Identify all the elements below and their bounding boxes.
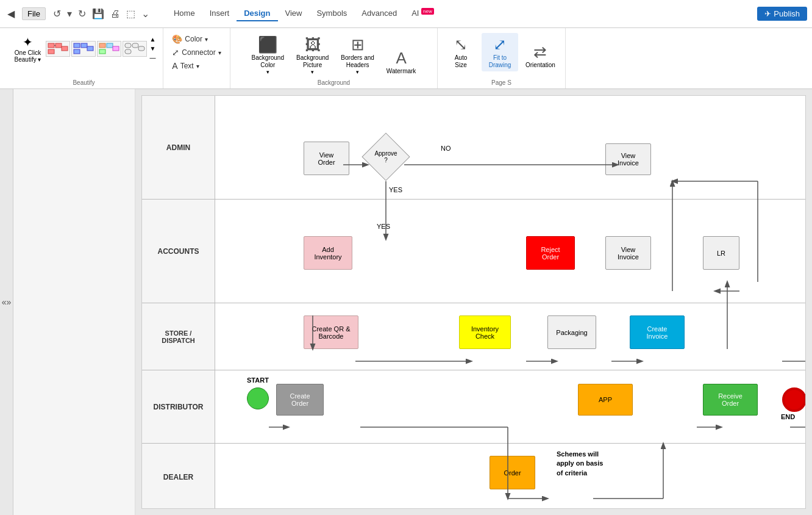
packaging-node[interactable]: Packaging	[547, 315, 596, 349]
background-color-button[interactable]: ⬛ BackgroundColor ▾	[247, 33, 289, 77]
tab-advanced[interactable]: Advanced	[354, 6, 404, 21]
borders-dropdown[interactable]: ▾	[356, 69, 359, 75]
scroll-down-icon[interactable]: ▼	[149, 45, 155, 52]
tab-symbols[interactable]: Symbols	[309, 6, 354, 21]
autosize-icon: ⤡	[454, 35, 468, 54]
color-button[interactable]: 🎨 Color ▾	[168, 33, 224, 45]
svg-rect-8	[87, 46, 93, 51]
ribbon-group-format: 🎨 Color ▾ ⤢ Connector ▾ A Text ▾	[163, 28, 230, 88]
svg-rect-0	[48, 43, 54, 48]
receive-order-node[interactable]: ReceiveOrder	[703, 384, 758, 416]
beautify-icon: ✦	[23, 35, 33, 49]
diagram: ADMIN ViewOrder Approve? NO ViewInvoice …	[141, 95, 806, 509]
undo-button[interactable]: ↺	[51, 7, 63, 21]
start-circle-node[interactable]	[247, 387, 269, 409]
view-invoice-admin-node[interactable]: ViewInvoice	[605, 143, 651, 175]
publish-icon: ✈	[764, 9, 771, 18]
reject-order-node[interactable]: RejectOrder	[526, 236, 575, 270]
file-button[interactable]: File	[22, 7, 46, 20]
canvas-area[interactable]: ADMIN ViewOrder Approve? NO ViewInvoice …	[135, 89, 812, 515]
borders-icon: ⊞	[351, 35, 365, 54]
view-order-node[interactable]: ViewOrder	[304, 142, 349, 175]
view-invoice-accounts-node[interactable]: ViewInvoice	[605, 236, 651, 270]
tab-ai[interactable]: AI new	[404, 6, 441, 21]
lane-accounts: ACCOUNTS AddInventory YES RejectOrder Vi…	[142, 200, 805, 303]
svg-rect-10	[107, 43, 113, 48]
create-order-node[interactable]: CreateOrder	[276, 384, 324, 416]
fit-icon: ⤢	[493, 35, 507, 54]
orientation-button[interactable]: ⇄ Orientation	[521, 40, 560, 71]
bg-color-icon: ⬛	[258, 35, 277, 54]
menu-tabs: Home Insert Design View Symbols Advanced…	[166, 6, 441, 21]
beautify-style-4[interactable]	[123, 41, 147, 57]
fit-to-drawing-button[interactable]: ⤢ Fit toDrawing	[482, 33, 518, 71]
redo-button[interactable]: ↻	[76, 7, 88, 21]
lr-node[interactable]: LR	[703, 236, 739, 270]
export-icon[interactable]: ⬚	[124, 7, 138, 21]
approve-diamond-wrapper: Approve?	[361, 132, 410, 181]
create-invoice-node[interactable]: CreateInvoice	[630, 315, 685, 349]
end-circle-node[interactable]	[782, 387, 806, 412]
svg-rect-6	[81, 43, 87, 48]
connector-icon: ⤢	[172, 48, 179, 57]
orientation-icon: ⇄	[533, 43, 547, 62]
scroll-up-icon[interactable]: ▲	[149, 36, 155, 43]
svg-rect-1	[55, 43, 62, 48]
lane-content-dealer: Order Schemes willapply on basisof crite…	[215, 444, 805, 509]
back-icon[interactable]: ◀	[5, 5, 17, 22]
bg-color-dropdown[interactable]: ▾	[266, 69, 269, 75]
more-beautify-icon[interactable]: ―	[149, 54, 155, 61]
svg-rect-13	[125, 43, 131, 48]
undo-redo-group: ↺ ▾ ↻ 💾 🖨 ⬚ ⌄	[51, 7, 152, 21]
beautify-label: Beautify	[5, 79, 163, 86]
yes-label-admin: YES	[389, 186, 402, 193]
app-node[interactable]: APP	[578, 384, 633, 416]
schemes-label: Schemes willapply on basisof criteria	[557, 450, 603, 478]
tab-view[interactable]: View	[278, 6, 310, 21]
connector-dropdown-icon[interactable]: ▾	[218, 49, 221, 56]
tab-home[interactable]: Home	[166, 6, 202, 21]
bg-picture-dropdown[interactable]: ▾	[311, 69, 314, 75]
text-dropdown-icon[interactable]: ▾	[196, 63, 199, 70]
start-label: START	[247, 376, 269, 384]
lane-header-dealer: DEALER	[142, 444, 215, 509]
lane-store: STORE /DISPATCH Create QR &Barcode Inven…	[142, 303, 805, 370]
beautify-style-2[interactable]	[71, 41, 96, 57]
watermark-icon: A	[396, 49, 406, 68]
svg-rect-15	[125, 49, 131, 54]
autosize-button[interactable]: ⤡ AutoSize	[443, 33, 479, 71]
connector-button[interactable]: ⤢ Connector ▾	[168, 46, 224, 59]
lane-content-store: Create QR &Barcode InventoryCheck Packag…	[215, 303, 805, 370]
one-click-beautify-button[interactable]: ✦ One ClickBeautify ▾	[12, 32, 44, 65]
lane-content-admin: ViewOrder Approve? NO ViewInvoice YES	[215, 96, 805, 199]
svg-rect-4	[62, 46, 68, 51]
save-icon[interactable]: 💾	[90, 7, 107, 21]
publish-button[interactable]: ✈ Publish	[757, 7, 807, 21]
svg-rect-5	[74, 43, 80, 48]
sidebar-toggle[interactable]: «»	[0, 89, 13, 515]
borders-headers-button[interactable]: ⊞ Borders andHeaders ▾	[336, 33, 379, 77]
order-dealer-node[interactable]: Order	[490, 456, 535, 489]
add-inventory-node[interactable]: AddInventory	[304, 236, 352, 270]
inventory-check-node[interactable]: InventoryCheck	[459, 315, 511, 349]
print-icon[interactable]: 🖨	[108, 7, 123, 21]
lane-dealer: DEALER Order Schemes willapply on basiso…	[142, 444, 805, 509]
lane-header-distributor: DISTRIBUTOR	[142, 370, 215, 443]
lane-distributor: DISTRIBUTOR START CreateOrder APP Receiv…	[142, 370, 805, 444]
lane-header-store: STORE /DISPATCH	[142, 303, 215, 370]
undo-dropdown[interactable]: ▾	[65, 7, 74, 21]
tab-design[interactable]: Design	[237, 6, 277, 21]
svg-rect-12	[113, 46, 119, 51]
bg-picture-icon: 🖼	[305, 35, 321, 54]
beautify-style-1[interactable]	[46, 41, 70, 57]
background-label: Background	[230, 79, 437, 86]
watermark-button[interactable]: A Watermark	[382, 46, 421, 77]
ribbon-group-beautify: ✦ One ClickBeautify ▾	[5, 28, 163, 88]
create-qr-node[interactable]: Create QR &Barcode	[304, 315, 358, 349]
beautify-style-3[interactable]	[97, 41, 121, 57]
more-icon[interactable]: ⌄	[139, 7, 152, 21]
color-dropdown-icon[interactable]: ▾	[205, 36, 208, 43]
background-picture-button[interactable]: 🖼 BackgroundPicture ▾	[291, 33, 333, 77]
text-button[interactable]: A Text ▾	[168, 60, 224, 72]
tab-insert[interactable]: Insert	[202, 6, 237, 21]
